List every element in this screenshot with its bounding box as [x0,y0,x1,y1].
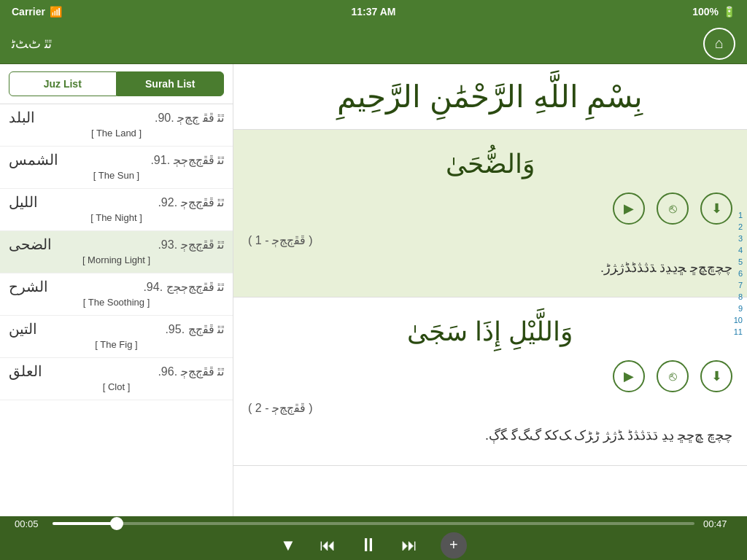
verse-2-controls: ▶ ⎋ ⬇ [248,354,732,398]
surah-list: البلد ﭤﭥ ﭰﭱ ﭲﭳﭴ .90. [ The Land ] الشمس … [0,104,233,400]
surah-english-1: [ The Sun ] [9,168,224,184]
sidebar: Juz List Surah List البلد ﭤﭥ ﭰﭱ ﭲﭳﭴ .90.… [0,64,233,516]
verse-2-share-button[interactable]: ⎋ [657,360,689,392]
tab-surah-list[interactable]: Surah List [117,71,225,96]
surah-arabic-name-0: البلد [9,109,35,126]
surah-arabic-name-6: العلق [9,362,42,380]
verse-2-ref: ( ﭰﭱﭲﭳﭴ - 2 ) [248,398,732,418]
surah-english-6: [ Clot ] [9,380,224,395]
surah-arabic-name-3: الضحى [9,236,52,253]
verse-2-thaana: ﭼﭽﭾ ﭿﮀﮁ ﮂﮃ ﮄﮅﮆﮇﮈ ﮉﮊﮋ ﮌﮍﮎ ﮏﮐﮑ ﮒﮓﮔ ﮕﮖ. [248,418,732,453]
verse-1-ref: ( ﭰﭱﭲﭳﭴ - 1 ) [248,230,732,250]
surah-row-0: البلد ﭤﭥ ﭰﭱ ﭲﭳﭴ .90. [9,109,224,126]
tab-bar: Juz List Surah List [0,64,233,104]
verse-1-play-button[interactable]: ▶ [613,192,645,225]
surah-item-1[interactable]: الشمس ﭤﭥ ﭰﭱﭲﭳﭴﭵ .91. [ The Sun ] [0,147,233,189]
battery-label: 100% [692,6,719,18]
surah-item-3[interactable]: الضحى ﭤﭥ ﭰﭱﭲﭳﭴ .93. [ Morning Light ] [0,231,233,273]
verse-num-2[interactable]: 2 [732,222,744,232]
surah-arabic-name-1: الشمس [9,151,58,168]
header-arabic-text: ﭤﭥ ﭦﭧﭨ [12,36,52,52]
audio-player: 00:05 00:47 ▼ ⏮ ⏸ ⏭ + [0,516,747,560]
battery-icon: 🔋 [723,6,735,18]
verse-num-9[interactable]: 9 [732,303,744,314]
content-area: بِسْمِ اللَّهِ الرَّحْمَٰنِ الرَّحِيمِ و… [233,64,747,516]
verse-num-10[interactable]: 10 [732,315,744,325]
verse-1-download-button[interactable]: ⬇ [700,192,732,225]
status-right: 100% 🔋 [692,6,735,18]
prev-button[interactable]: ⏮ [320,536,336,555]
surah-english-3: [ Morning Light ] [9,253,224,268]
surah-number-thaana-6: ﭤﭥ ﭰﭱﭲﭳﭴ .96. [158,365,224,378]
surah-number-thaana-2: ﭤﭥ ﭰﭱﭲﭳﭴ .92. [158,195,224,209]
verse-num-4[interactable]: 4 [732,245,744,255]
verse-num-1[interactable]: 1 [732,210,744,220]
verse-2-arabic: وَاللَّيْلِ إِذَا سَجَىٰ [248,309,732,354]
verse-num-7[interactable]: 7 [732,280,744,290]
surah-number-thaana-1: ﭤﭥ ﭰﭱﭲﭳﭴﭵ .91. [150,153,224,167]
bismillah-section: بِسْمِ اللَّهِ الرَّحْمَٰنِ الرَّحِيمِ [233,64,747,130]
surah-item-6[interactable]: العلق ﭤﭥ ﭰﭱﭲﭳﭴ .96. [ Clot ] [0,358,233,400]
verse-1-share-button[interactable]: ⎋ [657,192,689,225]
surah-number-thaana-0: ﭤﭥ ﭰﭱ ﭲﭳﭴ .90. [155,111,224,125]
surah-english-0: [ The Land ] [9,126,224,141]
wifi-icon: 📶 [50,6,62,18]
verse-2-section: وَاللَّيْلِ إِذَا سَجَىٰ ▶ ⎋ ⬇ ( ﭰﭱﭲﭳﭴ -… [233,298,747,465]
main-layout: Juz List Surah List البلد ﭤﭥ ﭰﭱ ﭲﭳﭴ .90.… [0,64,747,516]
surah-item-5[interactable]: التين ﭤﭥ ﭰﭱﭲﭳ .95. [ The Fig ] [0,316,233,358]
player-controls: ▼ ⏮ ⏸ ⏭ + [15,532,732,559]
tab-juz-list[interactable]: Juz List [9,71,117,96]
verse-1-arabic: وَالضُّحَىٰ [248,141,732,187]
volume-down-button[interactable]: ▼ [280,536,296,555]
verse-num-3[interactable]: 3 [732,233,744,244]
surah-english-4: [ The Soothing ] [9,295,224,311]
progress-bar[interactable] [53,522,694,525]
surah-item-2[interactable]: الليل ﭤﭥ ﭰﭱﭲﭳﭴ .92. [ The Night ] [0,189,233,231]
next-button[interactable]: ⏭ [401,536,417,555]
home-icon: ⌂ [715,35,724,52]
verse-1-thaana: ﭼﭽﭾﭿﮀ ﮁﮂﮃﮄ ﮅﮆﮇﮈﮉﮊﮋﮌ. [248,250,732,285]
verse-num-6[interactable]: 6 [732,268,744,279]
total-time: 00:47 [703,518,732,529]
verse-num-11[interactable]: 11 [732,327,744,337]
status-bar: Carrier 📶 11:37 AM 100% 🔋 [0,0,747,23]
verse-num-8[interactable]: 8 [732,292,744,302]
verse-num-5[interactable]: 5 [732,257,744,267]
verse-2-play-button[interactable]: ▶ [613,360,645,392]
app-header: ﭤﭥ ﭦﭧﭨ ⌂ [0,23,747,64]
progress-row: 00:05 00:47 [15,518,732,529]
surah-row-6: العلق ﭤﭥ ﭰﭱﭲﭳﭴ .96. [9,362,224,380]
surah-arabic-name-2: الليل [9,193,38,211]
surah-number-thaana-4: ﭤﭥ ﭰﭱﭲﭳﭴﭵﭶ .94. [143,280,224,294]
surah-row-5: التين ﭤﭥ ﭰﭱﭲﭳ .95. [9,320,224,338]
time-label: 11:37 AM [352,6,396,18]
bismillah-text: بِسْمِ اللَّهِ الرَّحْمَٰنِ الرَّحِيمِ [248,79,732,114]
surah-row-1: الشمس ﭤﭥ ﭰﭱﭲﭳﭴﭵ .91. [9,151,224,168]
pause-button[interactable]: ⏸ [359,534,378,556]
verse-2-download-button[interactable]: ⬇ [700,360,732,392]
surah-arabic-name-5: التين [9,320,37,338]
surah-number-thaana-5: ﭤﭥ ﭰﭱﭲﭳ .95. [165,322,224,336]
plus-button[interactable]: + [441,532,467,559]
surah-row-2: الليل ﭤﭥ ﭰﭱﭲﭳﭴ .92. [9,193,224,211]
current-time: 00:05 [15,518,44,529]
verse-1-section: وَالضُّحَىٰ ▶ ⎋ ⬇ ( ﭰﭱﭲﭳﭴ - 1 ) ﭼﭽﭾﭿﮀ ﮁﮂ… [233,130,747,298]
surah-number-thaana-3: ﭤﭥ ﭰﭱﭲﭳﭴ .93. [158,238,224,252]
surah-row-3: الضحى ﭤﭥ ﭰﭱﭲﭳﭴ .93. [9,236,224,253]
home-button[interactable]: ⌂ [703,28,735,60]
surah-row-4: الشرح ﭤﭥ ﭰﭱﭲﭳﭴﭵﭶ .94. [9,278,224,295]
surah-arabic-name-4: الشرح [9,278,48,295]
surah-english-5: [ The Fig ] [9,338,224,353]
verse-numbers-panel: 1234567891011 [732,210,744,337]
carrier-label: Carrier [12,6,45,18]
progress-fill [53,522,117,525]
progress-thumb[interactable] [110,517,123,530]
surah-english-2: [ The Night ] [9,211,224,226]
surah-item-0[interactable]: البلد ﭤﭥ ﭰﭱ ﭲﭳﭴ .90. [ The Land ] [0,104,233,147]
surah-item-4[interactable]: الشرح ﭤﭥ ﭰﭱﭲﭳﭴﭵﭶ .94. [ The Soothing ] [0,273,233,316]
status-left: Carrier 📶 [12,6,62,18]
verse-1-controls: ▶ ⎋ ⬇ [248,187,732,230]
